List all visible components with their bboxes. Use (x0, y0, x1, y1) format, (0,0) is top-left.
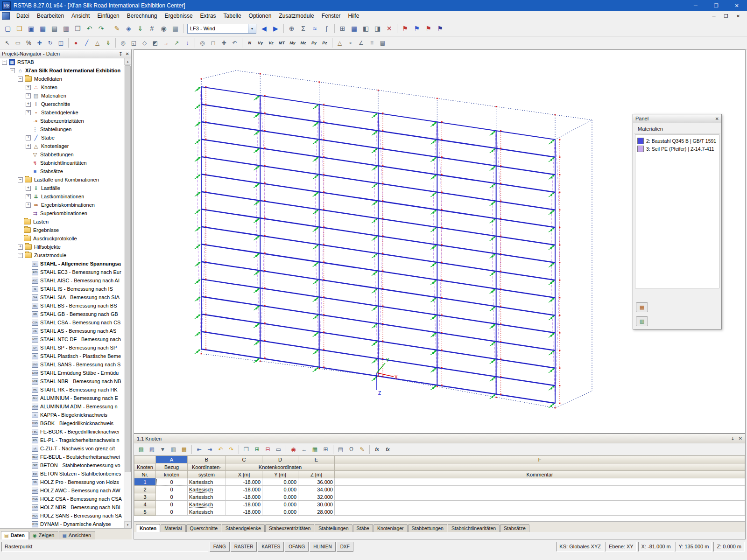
cell-bezugknoten[interactable]: 0 (156, 508, 188, 516)
material-list-item[interactable]: 2: Baustahl Q345 B | GB/T 1591 (637, 137, 717, 145)
export-report-button[interactable]: ⚑ (423, 23, 434, 35)
tree-item[interactable]: SPSTAHL SP - Bemessung nach SP (0, 343, 124, 352)
column-header-A[interactable]: A (156, 456, 188, 463)
mirror-button[interactable]: ◫ (56, 38, 66, 49)
result-mz-button[interactable]: Mz (298, 38, 309, 49)
new-member-button[interactable]: ╱ (81, 38, 92, 49)
expand-box[interactable]: + (18, 245, 23, 250)
import-data-button[interactable]: ← (299, 444, 310, 455)
table-tab-stabnichtlinearitäten[interactable]: Stabnichtlinearitäten (448, 524, 500, 532)
cell-kommentar[interactable] (335, 478, 745, 486)
stop-calculation-button[interactable]: ✕ (383, 23, 395, 35)
load-case-selector[interactable]: LF3 - Wind▼ (187, 24, 256, 34)
cell-z[interactable]: 34.000 (298, 486, 335, 493)
menu-ergebnisse[interactable]: Ergebnisse (161, 12, 197, 20)
tree-item[interactable]: DYNDYNAM - Dynamische Analyse (0, 520, 124, 528)
tree-item[interactable]: −▦RSTAB (0, 58, 124, 66)
cell-kommentar[interactable] (335, 493, 745, 501)
color-scale-button[interactable]: ▥ (636, 316, 648, 326)
cell-x[interactable]: -18.000 (226, 501, 262, 508)
table-undo-button[interactable]: ↶ (215, 444, 226, 455)
column-header-F[interactable]: F (335, 456, 745, 463)
user-views-button[interactable]: ◇ (139, 38, 150, 49)
view-in-z-button[interactable]: ↓ (182, 38, 193, 49)
menu-optionen[interactable]: Optionen (245, 12, 275, 20)
menu-ansicht[interactable]: Ansicht (68, 12, 93, 20)
local-axes-button[interactable]: ∠ (356, 38, 366, 49)
tree-item[interactable]: +Hilfsobjekte (0, 243, 124, 251)
new-load-button[interactable]: ⇓ (103, 38, 113, 49)
tree-item[interactable]: ≡Stabsätze (0, 167, 124, 175)
expand-box[interactable]: + (26, 93, 31, 98)
expand-box[interactable]: + (26, 135, 31, 140)
coordinate-system-link[interactable]: Kartesisch (189, 479, 213, 485)
cell-y[interactable]: 0.000 (262, 508, 298, 516)
navigator-tab-daten[interactable]: ▤Daten (1, 531, 29, 539)
result-diagrams-button[interactable]: ∫ (321, 23, 332, 35)
units-settings-button[interactable]: Ω (346, 444, 357, 455)
print-graphic-button[interactable]: ⚑ (411, 23, 423, 35)
tree-item[interactable]: ASSTAHL AS - Bemessung nach AS (0, 327, 124, 335)
tree-item[interactable]: ▽Stabbettungen (0, 150, 124, 159)
pan-view-button[interactable]: ✚ (218, 38, 229, 49)
ole-connection-button[interactable]: ⊞ (320, 444, 331, 455)
tree-item[interactable]: ↯Stabnichtlinearitäten (0, 159, 124, 167)
row-insert-button[interactable]: ⊞ (252, 444, 262, 455)
tree-item[interactable]: SIASTAHL SIA - Bemessung nach SIA (0, 293, 124, 301)
table-tab-stabbettungen[interactable]: Stabbettungen (408, 524, 447, 532)
view-in-y-button[interactable]: ↗ (171, 38, 182, 49)
panel-header[interactable]: Panel ✕ (633, 114, 721, 123)
close-icon[interactable]: ✕ (126, 51, 129, 56)
result-values-button[interactable]: ≈ (309, 23, 321, 35)
menu-einfügen[interactable]: Einfügen (93, 12, 123, 20)
hinges-display-button[interactable]: ∘ (345, 38, 356, 49)
cell-koordinatensystem[interactable]: Kartesisch (188, 493, 226, 501)
tree-item[interactable]: ⇥Stabexzentrizitäten (0, 117, 124, 125)
expand-box[interactable]: + (26, 194, 31, 199)
undo-button[interactable]: ↶ (84, 23, 95, 35)
table-redo-button[interactable]: ↷ (226, 444, 237, 455)
tree-item[interactable]: ⇉Superkombinationen (0, 209, 124, 217)
cell-koordinatensystem[interactable]: Kartesisch (188, 508, 226, 516)
tree-item[interactable]: c/tC-ZU-T - Nachweis von grenz c/t (0, 444, 124, 453)
print-view-button[interactable]: ▤ (377, 38, 388, 49)
table-filter-button[interactable]: ▼ (157, 444, 168, 455)
tree-item[interactable]: GBSTAHL GB - Bemessung nach GB (0, 310, 124, 318)
extreme-values-button[interactable]: Σ (297, 23, 309, 35)
tree-item[interactable]: FBGFE-BGDK - Biegedrillknicknachwei (0, 427, 124, 436)
cell-x[interactable]: -18.000 (226, 478, 262, 486)
zoom-all-button[interactable]: ◎ (197, 38, 208, 49)
print-preview-button[interactable]: ▥ (60, 23, 72, 35)
tree-item[interactable]: HPrHOLZ Pro - Bemessung von Holzs (0, 478, 124, 486)
tree-item[interactable]: CSASTAHL CSA - Bemessung nach CS (0, 318, 124, 327)
row-number[interactable]: 5 (134, 508, 156, 516)
coordinate-system-link[interactable]: Kartesisch (189, 494, 213, 500)
tree-item[interactable]: ERMSTAHL Ermüdung Stäbe - Ermüdu (0, 369, 124, 377)
cell-y[interactable]: 0.000 (262, 486, 298, 493)
cell-koordinatensystem[interactable]: Kartesisch (188, 478, 226, 486)
menu-hilfe[interactable]: Hilfe (344, 12, 363, 20)
tree-item[interactable]: NTCSTAHL NTC-DF - Bemessung nach (0, 335, 124, 343)
tree-item[interactable]: −⌂Xi'an Silk Road International Exhibiti… (0, 66, 124, 75)
row-empty-button[interactable]: ▭ (273, 444, 284, 455)
pin-icon[interactable]: ↧ (731, 436, 734, 441)
tree-item[interactable]: STSTAHL - Allgemeine Spannungsa (0, 259, 124, 268)
scroll-down-icon[interactable]: ▼ (124, 521, 131, 528)
panel-display-button[interactable]: ▦ (636, 302, 648, 312)
row-copy-button[interactable]: ❐ (241, 444, 252, 455)
print-button[interactable]: ▤ (49, 23, 60, 35)
column-header-D[interactable]: D (262, 456, 298, 463)
chevron-down-icon[interactable]: ▼ (248, 24, 256, 33)
comment-cell-button[interactable]: ✎ (357, 444, 367, 455)
cell-z[interactable]: 30.000 (298, 501, 335, 508)
table-edit-button[interactable]: ▧ (136, 444, 147, 455)
tree-item[interactable]: +∘Stabendgelenke (0, 108, 124, 117)
cell-kommentar[interactable] (335, 486, 745, 493)
isometric-view-button[interactable]: ◩ (150, 38, 161, 49)
tree-item[interactable]: Ergebnisse (0, 226, 124, 234)
row-number[interactable]: 4 (134, 501, 156, 508)
table-tab-stabendgelenke[interactable]: Stabendgelenke (222, 524, 265, 532)
edit-mode-button[interactable]: ✎ (111, 23, 123, 35)
tree-item[interactable]: −Lastfälle und Kombinationen (0, 175, 124, 184)
redo-button[interactable]: ↷ (95, 23, 107, 35)
